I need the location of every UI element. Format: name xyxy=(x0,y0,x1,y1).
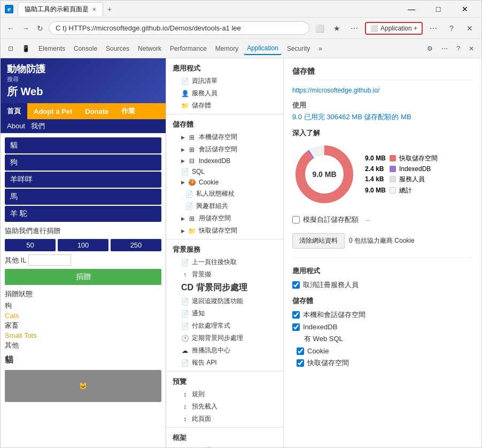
collections-icon[interactable]: ⬜ xyxy=(313,21,328,36)
tree-private-token[interactable]: 📄 私人狀態權杖 xyxy=(166,188,283,200)
tree-bounce-label: 退回追蹤防護功能 xyxy=(192,297,243,306)
tree-indexeddb[interactable]: ▶ ⊟ IndexedDB xyxy=(166,156,283,166)
inspect-icon[interactable]: ⊡ xyxy=(5,43,17,55)
settings-icon[interactable]: ⚙ xyxy=(424,43,436,55)
tree-push[interactable]: ☁ 推播訊息中心 xyxy=(166,344,283,357)
application-button[interactable]: ⬜ Application + xyxy=(365,22,423,35)
tab-elements[interactable]: Elements xyxy=(35,43,68,55)
donate-250[interactable]: 250 xyxy=(111,239,161,251)
donate-100[interactable]: 100 xyxy=(58,239,108,251)
donate-50[interactable]: 50 xyxy=(5,239,56,251)
tree-local-label: 本機儲存空間 xyxy=(199,133,237,142)
tree-top-frame[interactable]: ▶ 📁 頂端 xyxy=(166,444,283,447)
sub-nav-us[interactable]: 我們 xyxy=(31,122,45,130)
more-tabs-button[interactable]: » xyxy=(315,43,325,55)
tab-network[interactable]: Network xyxy=(135,43,165,55)
indexeddb-checkbox[interactable] xyxy=(292,323,300,331)
device-icon[interactable]: 📱 xyxy=(19,43,33,55)
unregister-sw-checkbox[interactable] xyxy=(292,281,300,289)
tree-bounce-tracking[interactable]: 📄 退回追蹤防護功能 xyxy=(166,295,283,307)
forward-button[interactable]: → xyxy=(20,22,32,35)
tab-performance[interactable]: Performance xyxy=(167,43,210,55)
arrows-icon-preload: ↕ xyxy=(181,403,189,411)
tab-console[interactable]: Console xyxy=(71,43,100,55)
tree-preload[interactable]: ↕ 預先載入 xyxy=(166,400,283,413)
help-button[interactable]: ? xyxy=(444,21,459,36)
more-tools-icon[interactable]: ⋯ xyxy=(347,21,362,36)
tree-usage-storage[interactable]: ▶ ⊞ 用儲存空間 xyxy=(166,212,283,225)
devtools-panel: 應用程式 📄 資訊清單 👤 服務人員 📁 儲存體 儲存體 ▶ ⊞ xyxy=(166,58,481,447)
detail-url[interactable]: https://microsoftedge.github.io/ xyxy=(292,87,473,94)
donate-button[interactable]: 捐贈 xyxy=(5,269,161,285)
tree-manifest-label: 資訊清單 xyxy=(192,76,217,86)
nav-work[interactable]: 作業 xyxy=(115,103,142,119)
tab-memory[interactable]: Memory xyxy=(212,43,242,55)
tree-local-storage[interactable]: ▶ ⊞ 本機儲存空間 xyxy=(166,131,283,143)
donut-label: 9.0 MB xyxy=(312,170,336,179)
local-session-checkbox[interactable] xyxy=(292,311,300,319)
legend-idb: 2.4 kB IndexedDB xyxy=(365,165,438,173)
nav-home[interactable]: 首頁 xyxy=(1,103,27,119)
divider-4 xyxy=(166,427,283,428)
animal-dog: 狗 xyxy=(5,155,161,171)
arrows-icon-page: ↕ xyxy=(181,415,189,423)
refresh-button[interactable]: ↻ xyxy=(35,22,45,35)
tree-this-page[interactable]: ↕ 此頁面 xyxy=(166,413,283,425)
donate-amounts: 50 100 250 xyxy=(5,239,161,251)
sub-nav-about[interactable]: About xyxy=(7,122,25,130)
tree-reporting[interactable]: 📄 報告 API xyxy=(166,357,283,369)
tree-notifications[interactable]: 📄 通知 xyxy=(166,307,283,320)
tree-back-cache[interactable]: 📄 上一頁往後快取 xyxy=(166,256,283,268)
usage-highlight: 306462 MB xyxy=(326,113,362,121)
nav-donate[interactable]: Donate xyxy=(79,104,115,119)
tree-bg-fetch[interactable]: ↑ 背景撷 xyxy=(166,268,283,281)
tree-interest-groups[interactable]: 📄 興趣群組共 xyxy=(166,200,283,212)
devtools-panel-close[interactable]: ✕ xyxy=(465,43,477,55)
tree-session-storage[interactable]: ▶ ⊞ 會話儲存空間 xyxy=(166,143,283,156)
tree-cache-storage[interactable]: ▶ 📁 快取儲存空間 xyxy=(166,225,283,237)
toolbar-icons: ⬜ ★ ⋯ xyxy=(313,21,362,36)
tab-application[interactable]: Application xyxy=(244,42,282,55)
file-icon-report: 📄 xyxy=(181,359,189,367)
nav-adopt[interactable]: Adopt a Pet xyxy=(27,104,79,119)
tab-security[interactable]: Security xyxy=(284,43,313,55)
tab-sources[interactable]: Sources xyxy=(103,43,133,55)
new-tab-button[interactable]: + xyxy=(103,3,116,16)
file-icon: 📄 xyxy=(181,78,189,85)
back-button[interactable]: ← xyxy=(5,22,17,35)
tree-sql[interactable]: 📄 SQL xyxy=(166,166,283,177)
devtools-help-icon[interactable]: ? xyxy=(453,43,463,55)
donate-other-input[interactable] xyxy=(28,254,71,266)
cache-storage: 快取儲存空間 xyxy=(292,358,473,368)
tree-bg-sync[interactable]: CD 背景同步處理 xyxy=(166,281,283,295)
cookie-checkbox[interactable] xyxy=(297,347,304,355)
devtools-tab-bar: ⊡ 📱 Elements Console Sources Network Per… xyxy=(1,39,481,58)
maximize-button[interactable]: □ xyxy=(426,1,450,18)
devtools-close-button[interactable]: ✕ xyxy=(462,21,477,36)
custom-quota-checkbox[interactable] xyxy=(292,216,300,223)
tree-storage-item[interactable]: 📁 儲存體 xyxy=(166,99,283,112)
tree-rules[interactable]: ↕ 規則 xyxy=(166,388,283,400)
status-title: 捐贈狀態 xyxy=(5,289,161,299)
address-bar[interactable] xyxy=(49,21,309,35)
tree-service-worker[interactable]: 👤 服務人員 xyxy=(166,87,283,99)
clear-site-data-button[interactable]: 清除網站資料 xyxy=(292,233,345,249)
more-button[interactable]: ⋯ xyxy=(426,21,441,36)
legend-color-sw xyxy=(390,176,396,182)
minimize-button[interactable]: — xyxy=(399,1,424,18)
tree-periodic-sync[interactable]: 🕐 定期背景同步處理 xyxy=(166,332,283,344)
close-button[interactable]: ✕ xyxy=(453,1,477,18)
devtools-more-icon[interactable]: ⋯ xyxy=(438,43,451,55)
custom-quota: 模擬自訂儲存配額 – xyxy=(292,215,473,225)
favorites-icon[interactable]: ★ xyxy=(330,21,345,36)
unregister-sw-label: 取消註冊服務人員 xyxy=(303,280,359,290)
usage-value: 9.0 已用完 xyxy=(292,113,325,121)
cache-checkbox[interactable] xyxy=(297,359,304,367)
usage-label: 使用 xyxy=(292,101,473,110)
active-tab[interactable]: 協助工具的示範頁面是 ✕ xyxy=(18,2,103,16)
tree-payment[interactable]: 📄 付款處理常式 xyxy=(166,320,283,332)
tab-close-button[interactable]: ✕ xyxy=(92,6,96,12)
tree-manifest[interactable]: 📄 資訊清單 xyxy=(166,75,283,87)
tree-periodic-label: 定期背景同步處理 xyxy=(192,334,243,343)
tree-cookie[interactable]: ▶ 🍪 Cookie xyxy=(166,177,283,188)
